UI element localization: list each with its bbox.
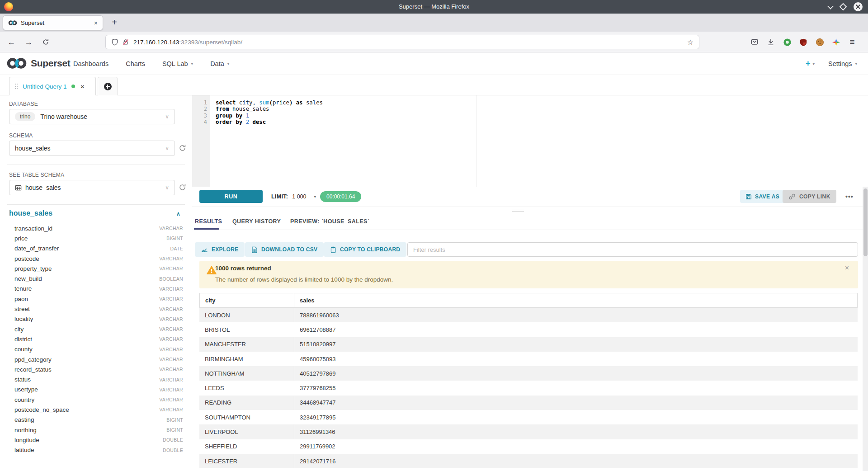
query-tab-active[interactable]: Untitled Query 1 × <box>9 77 96 95</box>
filter-results-input[interactable] <box>407 242 858 257</box>
pocket-icon[interactable] <box>749 37 760 47</box>
copy-to-clipboard-button[interactable]: COPY TO CLIPBOARD <box>324 242 406 257</box>
table-cell: 51510820997 <box>294 337 858 352</box>
menu-hamburger-icon[interactable]: ≡ <box>847 37 858 47</box>
drag-handle-icon[interactable] <box>15 84 18 89</box>
browser-tab[interactable]: Superset × <box>3 15 103 30</box>
lock-insecure-icon[interactable] <box>122 38 129 46</box>
new-tab-button[interactable]: + <box>108 17 120 28</box>
save-as-button[interactable]: SAVE AS <box>740 190 785 203</box>
table-row: LONDON788861960063 <box>199 308 858 322</box>
column-type: VARCHAR <box>159 357 183 362</box>
column-type: VARCHAR <box>159 347 183 352</box>
database-select[interactable]: trino Trino warehouse ∨ <box>9 109 175 124</box>
column-name: easting <box>14 416 166 423</box>
column-type: VARCHAR <box>159 387 183 392</box>
pane-resizer[interactable] <box>192 207 868 213</box>
tab-query-history[interactable]: QUERY HISTORY <box>232 213 281 230</box>
bookmark-star-icon[interactable]: ☆ <box>687 38 693 47</box>
column-name: country <box>14 396 159 403</box>
new-item-button[interactable]: +▾ <box>806 59 815 68</box>
extension-green-icon[interactable] <box>782 37 793 47</box>
column-row: postcodeVARCHAR <box>0 254 192 264</box>
table-select[interactable]: house_sales ∨ <box>9 180 175 195</box>
column-row: cityVARCHAR <box>0 324 192 334</box>
limit-label: LIMIT: <box>271 193 288 200</box>
scrollbar-thumb[interactable] <box>863 188 868 256</box>
limit-dropdown[interactable]: LIMIT: 1 000 ▾ <box>271 187 316 207</box>
column-type: VARCHAR <box>159 226 183 231</box>
table-heading[interactable]: house_sales <box>9 209 52 217</box>
refresh-schemas-icon[interactable] <box>177 143 187 153</box>
schema-select[interactable]: house_sales ∨ <box>9 141 175 156</box>
cookie-icon[interactable] <box>814 37 825 47</box>
column-row: districtVARCHAR <box>0 334 192 344</box>
reload-icon[interactable] <box>40 36 52 48</box>
query-tabs-bar: Untitled Query 1 × <box>0 75 868 95</box>
back-icon[interactable]: ← <box>5 36 17 48</box>
database-select-value: Trino warehouse <box>40 113 87 120</box>
nav-item-sql-lab[interactable]: SQL Lab▾ <box>162 60 193 67</box>
column-row: usertypeVARCHAR <box>0 385 192 395</box>
column-name: price <box>14 235 166 242</box>
nav-menu: DashboardsChartsSQL Lab▾Data▾ <box>73 52 229 75</box>
explore-button[interactable]: EXPLORE <box>195 242 245 257</box>
clipboard-icon <box>330 246 336 253</box>
line-number: 1 <box>192 99 207 106</box>
add-query-tab-button[interactable] <box>98 77 118 95</box>
column-row: northingBIGINT <box>0 425 192 435</box>
settings-menu[interactable]: Settings▾ <box>828 60 857 67</box>
results-table-body: LONDON788861960063BRISTOL69612708887MANC… <box>199 308 858 468</box>
downloads-icon[interactable] <box>765 37 776 47</box>
tab-results[interactable]: RESULTS <box>195 213 222 230</box>
superset-navbar: Superset DashboardsChartsSQL Lab▾Data▾ +… <box>0 52 868 75</box>
sql-editor[interactable]: 1234 select city, sum(price) as salesfro… <box>192 95 868 187</box>
database-label: DATABASE <box>9 101 38 107</box>
column-header-sales[interactable]: sales <box>294 293 857 307</box>
column-row: localityVARCHAR <box>0 314 192 324</box>
tab-close-icon[interactable]: × <box>94 20 98 26</box>
table-cell: LONDON <box>199 308 294 322</box>
resize-handle-icon[interactable] <box>512 209 524 212</box>
browser-tab-title: Superset <box>21 19 94 26</box>
refresh-tables-icon[interactable] <box>177 183 187 193</box>
nav-item-label: Dashboards <box>73 60 108 67</box>
results-table-header: city sales <box>199 293 858 308</box>
superset-brand[interactable]: Superset <box>6 57 70 70</box>
caret-down-icon: ▾ <box>813 61 815 66</box>
extension-sparkle-icon[interactable] <box>830 37 841 47</box>
download-csv-button[interactable]: DOWNLOAD TO CSV <box>245 242 324 257</box>
collapse-table-icon[interactable]: ∧ <box>176 211 180 217</box>
column-row: countyVARCHAR <box>0 344 192 354</box>
table-cell: 40512797869 <box>294 366 858 381</box>
column-type: VARCHAR <box>159 367 183 372</box>
copy-link-button[interactable]: COPY LINK <box>783 190 836 203</box>
column-header-city[interactable]: city <box>200 293 294 307</box>
query-tab-close-icon[interactable]: × <box>81 83 85 90</box>
alert-close-icon[interactable]: × <box>845 264 849 272</box>
url-bar[interactable]: 217.160.120.143:32393/superset/sqllab/ ☆ <box>105 35 699 49</box>
nav-item-data[interactable]: Data▾ <box>210 60 229 67</box>
nav-item-label: SQL Lab <box>162 60 188 67</box>
forward-icon[interactable]: → <box>23 36 34 48</box>
window-maximize-icon[interactable] <box>840 3 847 11</box>
run-button[interactable]: RUN <box>199 190 263 203</box>
brand-name: Superset <box>31 58 70 69</box>
chevron-down-icon: ∨ <box>165 113 169 120</box>
window-minimize-icon[interactable] <box>827 3 834 9</box>
code-line: from house_sales <box>216 106 323 112</box>
column-type: BIGINT <box>166 427 183 433</box>
editor-code[interactable]: select city, sum(price) as salesfrom hou… <box>216 99 323 125</box>
nav-item-dashboards[interactable]: Dashboards <box>73 60 108 67</box>
table-cell: 34468947747 <box>294 396 858 410</box>
more-actions-button[interactable]: ••• <box>845 190 854 203</box>
column-type: VARCHAR <box>159 336 183 342</box>
ublock-shield-icon[interactable] <box>798 37 809 47</box>
results-scrollbar[interactable] <box>863 187 868 471</box>
tab-preview-house-sales[interactable]: PREVIEW: `HOUSE_SALES` <box>290 213 369 230</box>
window-close-icon[interactable] <box>854 2 863 11</box>
nav-item-charts[interactable]: Charts <box>126 60 145 67</box>
shield-icon[interactable] <box>111 38 118 46</box>
column-row: date_of_transferDATE <box>0 244 192 254</box>
code-line: select city, sum(price) as sales <box>216 99 323 106</box>
